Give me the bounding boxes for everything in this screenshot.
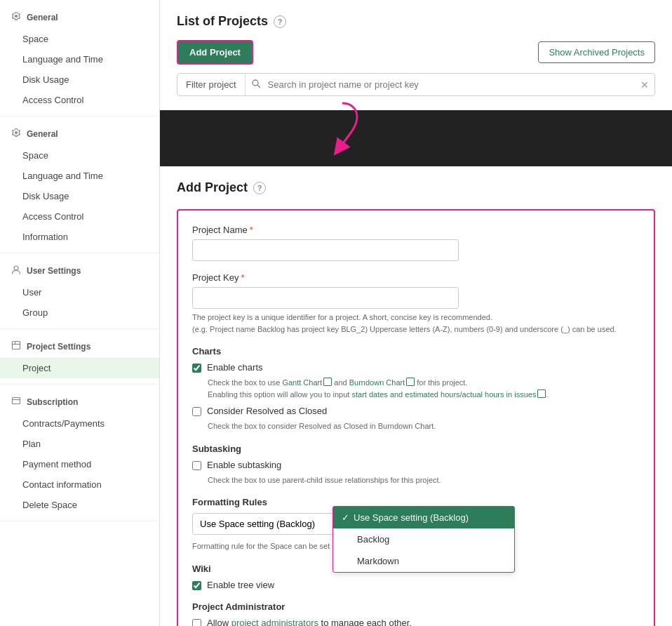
burndown-chart-link[interactable]: Burndown Chart [349, 378, 405, 387]
allow-admin-checkbox[interactable] [192, 619, 201, 627]
sidebar-item-group[interactable]: Group [0, 302, 159, 323]
sidebar-section-header-user-settings: User Settings [0, 259, 159, 282]
search-icon [251, 79, 261, 91]
enable-subtasking-label: Enable subtasking [207, 460, 281, 470]
enable-tree-view-checkbox[interactable] [192, 581, 201, 590]
project-key-group: Project Key * The project key is a uniqu… [192, 272, 640, 335]
subtasking-group: Subtasking Enable subtasking Check the b… [192, 444, 640, 486]
annotation-area [160, 110, 672, 166]
enable-tree-view-row: Enable tree view [192, 580, 640, 590]
sidebar-item-payment-method[interactable]: Payment method [0, 454, 159, 474]
formatting-rules-group: Formatting Rules Use Space setting (Back… [192, 497, 640, 552]
add-project-panel: Add Project ? Project Name * Project Key… [160, 166, 672, 626]
formatting-dropdown-popup: ✓ Use Space setting (Backlog) Backlog Ma… [332, 506, 515, 573]
enable-tree-view-label: Enable tree view [207, 580, 274, 590]
project-name-input[interactable] [192, 239, 459, 261]
allow-admin-row: Allow project administrators to manage e… [192, 618, 640, 627]
add-project-title: Add Project ? [177, 180, 655, 195]
enable-subtasking-row: Enable subtasking [192, 460, 640, 470]
sidebar-item-information-bottom[interactable]: Information [0, 227, 159, 247]
check-mark-icon: ✓ [342, 512, 349, 523]
show-archived-button[interactable]: Show Archived Projects [538, 41, 655, 63]
enable-charts-checkbox[interactable] [192, 364, 201, 373]
dropdown-container: Use Space setting (Backlog) Backlog Mark… [192, 513, 361, 535]
consider-resolved-row: Consider Resolved as Closed [192, 406, 640, 416]
sidebar: General Space Language and Time Disk Usa… [0, 0, 160, 626]
gantt-ext-icon [323, 378, 332, 386]
svg-point-0 [14, 266, 18, 270]
sidebar-item-disk-usage-top[interactable]: Disk Usage [0, 69, 159, 90]
dropdown-option-use-space-label: Use Space setting (Backlog) [354, 512, 469, 523]
consider-resolved-hint: Check the box to consider Resolved as Cl… [208, 420, 640, 432]
sidebar-item-space-top[interactable]: Space [0, 29, 159, 49]
sidebar-section-header-general-top: General [0, 6, 159, 29]
form-border-container: Project Name * Project Key * The project… [177, 209, 655, 626]
project-settings-icon [11, 340, 21, 352]
filter-search-input[interactable] [265, 75, 636, 94]
dropdown-option-use-space[interactable]: ✓ Use Space setting (Backlog) [333, 507, 514, 528]
dropdown-option-markdown-label: Markdown [357, 556, 399, 566]
sidebar-item-access-control-top[interactable]: Access Control [0, 90, 159, 110]
sidebar-section-header-project-settings: Project Settings [0, 335, 159, 358]
start-dates-ext-icon [537, 389, 546, 398]
help-icon-form[interactable]: ? [253, 182, 266, 194]
enable-charts-label: Enable charts [207, 362, 263, 373]
start-dates-link[interactable]: start dates and estimated hours/actual h… [351, 390, 536, 399]
sidebar-item-project[interactable]: Project [0, 358, 159, 378]
sidebar-subscription-label: Subscription [27, 397, 78, 407]
sidebar-item-user[interactable]: User [0, 282, 159, 302]
sidebar-section-header-subscription: Subscription [0, 390, 159, 413]
dropdown-option-backlog[interactable]: Backlog [333, 528, 514, 550]
project-admin-title: Project Administrator [192, 601, 640, 612]
project-key-input[interactable] [192, 287, 459, 309]
enable-charts-hint: Check the box to use Gantt Chart and Bur… [208, 377, 640, 400]
sidebar-item-disk-usage-bottom[interactable]: Disk Usage [0, 186, 159, 206]
required-star-name: * [250, 225, 253, 235]
sidebar-item-language-time-bottom[interactable]: Language and Time [0, 166, 159, 186]
gantt-chart-link[interactable]: Gantt Chart [282, 378, 322, 387]
sidebar-item-contact-information[interactable]: Contact information [0, 474, 159, 495]
sidebar-item-contracts-payments[interactable]: Contracts/Payments [0, 413, 159, 434]
add-project-button[interactable]: Add Project [177, 40, 253, 65]
enable-subtasking-hint: Check the box to use parent-child issue … [208, 474, 640, 486]
sidebar-section-subscription: Subscription Contracts/Payments Plan Pay… [0, 385, 159, 521]
burndown-ext-icon [406, 378, 415, 386]
required-star-key: * [241, 272, 244, 283]
project-admin-group: Project Administrator Allow project admi… [192, 601, 640, 627]
subscription-icon [11, 396, 21, 408]
svg-point-3 [253, 80, 258, 86]
sidebar-item-space-bottom[interactable]: Space [0, 145, 159, 166]
user-settings-icon [11, 265, 21, 277]
sidebar-section-general-top: General Space Language and Time Disk Usa… [0, 0, 159, 116]
filter-search: ✕ [246, 75, 654, 94]
sidebar-project-settings-label: Project Settings [27, 342, 90, 352]
project-administrators-link[interactable]: project administrators [231, 618, 318, 627]
consider-resolved-checkbox[interactable] [192, 407, 201, 416]
sidebar-item-language-time-top[interactable]: Language and Time [0, 49, 159, 69]
enable-charts-row: Enable charts [192, 362, 640, 373]
clear-search-icon[interactable]: ✕ [640, 79, 649, 91]
gear-icon [11, 11, 21, 23]
gear-icon-2 [11, 128, 21, 140]
subtasking-section-title: Subtasking [192, 444, 640, 454]
dropdown-option-backlog-label: Backlog [357, 534, 389, 545]
filter-label: Filter project [177, 74, 246, 95]
filter-row: Filter project ✕ [177, 73, 655, 96]
svg-rect-1 [13, 342, 20, 349]
charts-group: Charts Enable charts Check the box to us… [192, 346, 640, 432]
list-of-projects-title: List of Projects ? [177, 14, 655, 29]
sidebar-section-user-settings: User Settings User Group [0, 253, 159, 329]
dropdown-option-markdown[interactable]: Markdown [333, 550, 514, 572]
project-key-label: Project Key * [192, 272, 640, 283]
enable-subtasking-checkbox[interactable] [192, 461, 201, 470]
sidebar-section-general-bottom: General Space Language and Time Disk Usa… [0, 116, 159, 253]
sidebar-user-settings-label: User Settings [27, 266, 81, 276]
allow-admin-label: Allow project administrators to manage e… [207, 618, 412, 627]
sidebar-item-plan[interactable]: Plan [0, 434, 159, 454]
sidebar-item-delete-space[interactable]: Delete Space [0, 495, 159, 515]
consider-resolved-label: Consider Resolved as Closed [207, 406, 327, 416]
project-name-group: Project Name * [192, 225, 640, 261]
sidebar-item-access-control-bottom[interactable]: Access Control [0, 206, 159, 227]
help-icon-list[interactable]: ? [274, 15, 286, 28]
charts-section-title: Charts [192, 346, 640, 357]
